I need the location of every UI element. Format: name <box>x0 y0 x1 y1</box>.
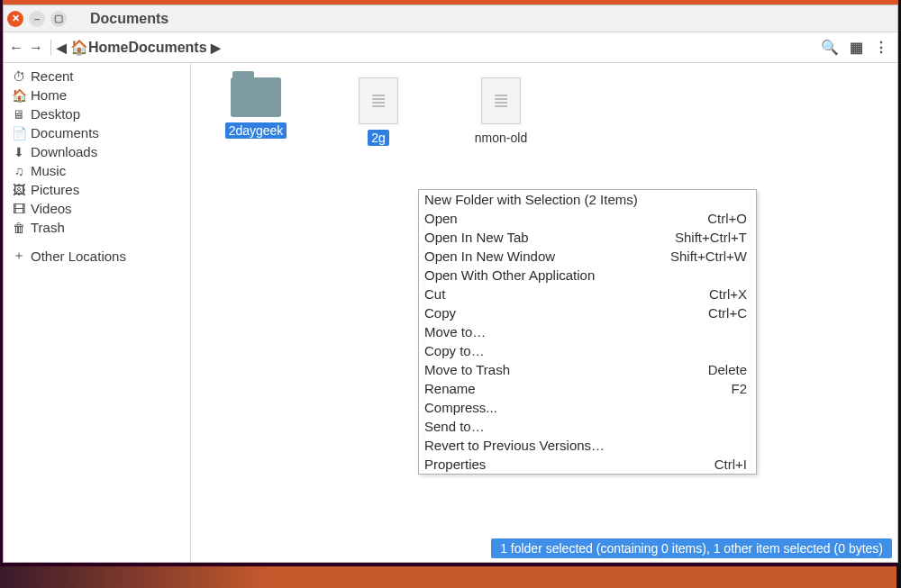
home-icon: 🏠 <box>11 88 27 103</box>
menu-item-accel: Ctrl+I <box>714 456 747 473</box>
documents-icon: 📄 <box>11 126 27 140</box>
menu-item-accel: F2 <box>731 380 747 397</box>
chevron-right-icon: ▶ <box>211 41 221 55</box>
desktop-icon: 🖥 <box>11 107 27 122</box>
trash-icon: 🗑 <box>11 221 27 235</box>
breadcrumb-home[interactable]: Home <box>88 40 128 56</box>
file-label: 2g <box>368 130 389 146</box>
folder-2daygeek[interactable]: 2daygeek <box>213 77 299 139</box>
menu-item-accel: Delete <box>708 361 747 378</box>
toolbar-right: 🔍 ▦ ⋮ <box>821 39 894 56</box>
menu-item-label: New Folder with Selection (2 Items) <box>424 191 747 208</box>
recent-icon: ⏱ <box>11 69 27 84</box>
menu-item[interactable]: CutCtrl+X <box>419 285 756 303</box>
forward-button[interactable]: → <box>27 40 45 56</box>
sidebar-item-label: Pictures <box>31 182 79 197</box>
menu-item-label: Compress... <box>424 399 747 416</box>
sidebar-item-label: Downloads <box>31 144 97 159</box>
menu-item-label: Open With Other Application <box>424 267 747 284</box>
menu-item[interactable]: Copy to… <box>419 341 756 360</box>
menu-item[interactable]: OpenCtrl+O <box>419 209 756 228</box>
desktop-bottom-strip <box>0 566 901 588</box>
plus-icon: ＋ <box>11 248 27 264</box>
breadcrumb-current[interactable]: Documents <box>128 40 206 56</box>
file-label: 2daygeek <box>225 122 287 139</box>
status-bar: 1 folder selected (containing 0 items), … <box>491 538 892 558</box>
sidebar-other-locations[interactable]: ＋ Other Locations <box>4 246 190 266</box>
document-icon: ≣ <box>359 77 398 124</box>
breadcrumb[interactable]: 🏠 Home Documents ▶ <box>70 39 221 56</box>
menu-item[interactable]: Open With Other Application <box>419 266 756 285</box>
menu-item-accel: Ctrl+O <box>707 210 747 227</box>
sidebar-item-label: Recent <box>31 68 74 84</box>
sidebar-item-recent[interactable]: ⏱Recent <box>4 67 190 86</box>
sidebar-item-trash[interactable]: 🗑Trash <box>4 218 190 237</box>
content-area[interactable]: 2daygeek≣2g≣nmon-old New Folder with Sel… <box>191 63 897 562</box>
search-icon[interactable]: 🔍 <box>821 39 839 56</box>
sidebar-item-label: Trash <box>31 220 65 235</box>
files-grid: 2daygeek≣2g≣nmon-old <box>191 63 897 160</box>
menu-item[interactable]: Open In New TabShift+Ctrl+T <box>419 228 756 247</box>
menu-item-accel: Shift+Ctrl+W <box>670 248 747 265</box>
menu-item-label: Revert to Previous Versions… <box>424 437 747 454</box>
menu-item[interactable]: PropertiesCtrl+I <box>419 455 756 474</box>
menu-item[interactable]: Compress... <box>419 398 756 417</box>
file-2g[interactable]: ≣2g <box>335 77 422 146</box>
menu-item[interactable]: Revert to Previous Versions… <box>419 436 756 455</box>
menu-item[interactable]: Move to… <box>419 322 756 341</box>
sidebar-item-label: Videos <box>31 201 72 216</box>
sidebar-item-label: Music <box>31 163 66 178</box>
sidebar-item-label: Desktop <box>31 106 80 122</box>
menu-item[interactable]: Move to TrashDelete <box>419 360 756 379</box>
nav-buttons: ← → <box>7 40 45 56</box>
folder-icon <box>231 77 281 117</box>
minimize-icon[interactable]: – <box>29 11 45 27</box>
menu-item[interactable]: Send to… <box>419 417 756 436</box>
context-menu: New Folder with Selection (2 Items)OpenC… <box>418 189 757 475</box>
sidebar-item-label: Documents <box>31 125 99 140</box>
menu-item-label: Send to… <box>424 418 747 435</box>
separator <box>50 40 51 56</box>
file-manager-window: ✕ – ▢ Documents ← → ◀ 🏠 Home Documents ▶… <box>3 5 898 563</box>
window-title: Documents <box>90 11 168 27</box>
breadcrumb-up-icon[interactable]: ◀ <box>57 41 67 55</box>
file-nmon-old[interactable]: ≣nmon-old <box>458 77 544 146</box>
menu-item[interactable]: RenameF2 <box>419 379 756 398</box>
grid-view-icon[interactable]: ▦ <box>850 39 863 56</box>
titlebar: ✕ – ▢ Documents <box>4 5 897 32</box>
toolbar: ← → ◀ 🏠 Home Documents ▶ 🔍 ▦ ⋮ <box>4 32 897 63</box>
menu-icon[interactable]: ⋮ <box>874 39 888 56</box>
back-button[interactable]: ← <box>7 40 25 56</box>
sidebar-item-pictures[interactable]: 🖼Pictures <box>4 180 190 199</box>
menu-item-label: Copy <box>424 304 708 321</box>
home-icon: 🏠 <box>70 39 88 56</box>
close-icon[interactable]: ✕ <box>7 11 23 27</box>
sidebar-item-label: Other Locations <box>31 249 126 264</box>
document-icon: ≣ <box>481 77 521 124</box>
menu-item-label: Open <box>424 210 707 227</box>
sidebar-item-music[interactable]: ♫Music <box>4 161 190 180</box>
sidebar: ⏱Recent🏠Home🖥Desktop📄Documents⬇Downloads… <box>4 63 191 562</box>
sidebar-item-documents[interactable]: 📄Documents <box>4 123 190 142</box>
file-label: nmon-old <box>471 130 531 146</box>
sidebar-item-desktop[interactable]: 🖥Desktop <box>4 104 190 123</box>
sidebar-item-label: Home <box>31 87 67 103</box>
maximize-icon[interactable]: ▢ <box>50 11 67 27</box>
menu-item[interactable]: New Folder with Selection (2 Items) <box>419 190 756 209</box>
pictures-icon: 🖼 <box>11 183 27 197</box>
menu-item-label: Cut <box>424 285 709 303</box>
menu-item[interactable]: CopyCtrl+C <box>419 303 756 322</box>
sidebar-item-downloads[interactable]: ⬇Downloads <box>4 142 190 161</box>
sidebar-item-videos[interactable]: 🎞Videos <box>4 199 190 218</box>
downloads-icon: ⬇ <box>11 145 27 159</box>
menu-item-accel: Ctrl+C <box>708 304 747 321</box>
sidebar-item-home[interactable]: 🏠Home <box>4 86 190 104</box>
videos-icon: 🎞 <box>11 202 27 216</box>
status-text: 1 folder selected (containing 0 items), … <box>500 541 883 556</box>
menu-item[interactable]: Open In New WindowShift+Ctrl+W <box>419 247 756 266</box>
menu-item-label: Properties <box>424 456 714 473</box>
menu-item-label: Open In New Window <box>424 248 670 265</box>
menu-item-accel: Shift+Ctrl+T <box>675 229 747 246</box>
music-icon: ♫ <box>11 164 27 178</box>
menu-item-label: Open In New Tab <box>424 229 675 246</box>
